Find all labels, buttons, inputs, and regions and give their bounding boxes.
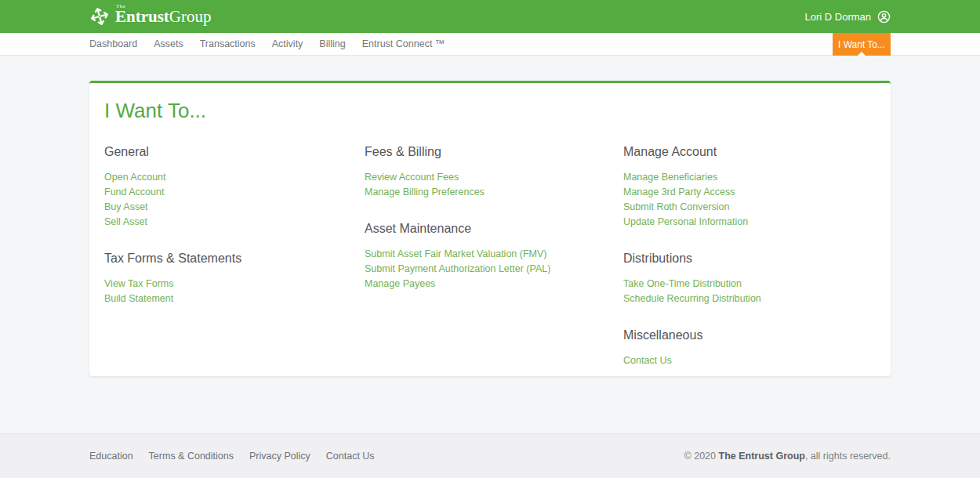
brand-the: The	[116, 4, 125, 9]
link-columns: General Open Account Fund Account Buy As…	[104, 145, 876, 390]
copyright-brand: The Entrust Group	[719, 451, 805, 462]
nav-item-assets[interactable]: Assets	[154, 38, 183, 49]
footer-link-education[interactable]: Education	[89, 451, 133, 462]
link-fund-account[interactable]: Fund Account	[104, 185, 365, 200]
nav-item-activity[interactable]: Activity	[272, 38, 303, 49]
section-heading: Asset Maintenance	[365, 222, 623, 236]
footer-links: Education Terms & Conditions Privacy Pol…	[89, 451, 375, 462]
nav-item-transactions[interactable]: Transactions	[200, 38, 256, 49]
link-contact-us[interactable]: Contact Us	[623, 353, 761, 368]
nav-links: Dashboard Assets Transactions Activity B…	[89, 38, 445, 49]
page-title: I Want To...	[104, 99, 876, 123]
page-footer: Education Terms & Conditions Privacy Pol…	[0, 433, 980, 478]
nav-item-dashboard[interactable]: Dashboard	[89, 38, 137, 49]
main-nav: Dashboard Assets Transactions Activity B…	[0, 33, 980, 56]
link-review-account-fees[interactable]: Review Account Fees	[365, 170, 623, 185]
i-want-to-button[interactable]: I Want To...	[833, 33, 891, 56]
user-menu[interactable]: Lori D Dorman	[804, 10, 891, 24]
section-heading: Miscellaneous	[623, 328, 761, 342]
nav-item-entrust-connect[interactable]: Entrust Connect ™	[362, 38, 445, 49]
link-submit-pal[interactable]: Submit Payment Authorization Letter (PAL…	[365, 262, 623, 277]
entrust-pinwheel-icon	[89, 6, 110, 27]
nav-item-billing[interactable]: Billing	[319, 38, 345, 49]
section-miscellaneous: Miscellaneous Contact Us	[623, 328, 761, 368]
link-submit-fmv[interactable]: Submit Asset Fair Market Valuation (FMV)	[365, 247, 623, 262]
footer-link-contact[interactable]: Contact Us	[326, 451, 375, 462]
link-open-account[interactable]: Open Account	[104, 170, 365, 185]
user-name: Lori D Dorman	[804, 11, 871, 23]
section-asset-maintenance: Asset Maintenance Submit Asset Fair Mark…	[365, 222, 623, 292]
page-background: I Want To... General Open Account Fund A…	[0, 56, 980, 433]
link-build-statement[interactable]: Build Statement	[104, 292, 365, 306]
section-distributions: Distributions Take One-Time Distribution…	[623, 252, 761, 306]
section-tax-forms: Tax Forms & Statements View Tax Forms Bu…	[104, 252, 365, 306]
section-fees-billing: Fees & Billing Review Account Fees Manag…	[365, 145, 623, 200]
section-heading: General	[104, 145, 365, 159]
link-update-personal-information[interactable]: Update Personal Information	[623, 215, 761, 230]
link-manage-payees[interactable]: Manage Payees	[365, 277, 623, 292]
brand-logo[interactable]: TheEntrustGroup	[89, 6, 212, 27]
copyright-prefix: © 2020	[684, 451, 719, 462]
section-heading: Distributions	[623, 252, 761, 266]
footer-link-terms[interactable]: Terms & Conditions	[149, 451, 234, 462]
link-buy-asset[interactable]: Buy Asset	[104, 200, 365, 215]
column-3: Manage Account Manage Beneficiaries Mana…	[623, 145, 761, 390]
link-manage-3rd-party-access[interactable]: Manage 3rd Party Access	[623, 185, 761, 200]
i-want-to-card: I Want To... General Open Account Fund A…	[89, 81, 891, 376]
section-heading: Fees & Billing	[365, 145, 623, 159]
link-manage-beneficiaries[interactable]: Manage Beneficiaries	[623, 170, 761, 185]
copyright-suffix: , all rights reserved.	[805, 451, 891, 462]
footer-link-privacy[interactable]: Privacy Policy	[249, 451, 310, 462]
section-manage-account: Manage Account Manage Beneficiaries Mana…	[623, 145, 761, 230]
account-circle-icon[interactable]	[877, 10, 891, 24]
section-general: General Open Account Fund Account Buy As…	[104, 145, 365, 230]
link-schedule-recurring-distribution[interactable]: Schedule Recurring Distribution	[623, 292, 761, 306]
link-submit-roth-conversion[interactable]: Submit Roth Conversion	[623, 200, 761, 215]
column-1: General Open Account Fund Account Buy As…	[104, 145, 365, 390]
brand-entrust: Entrust	[115, 7, 169, 26]
link-manage-billing-preferences[interactable]: Manage Billing Preferences	[365, 185, 623, 200]
section-heading: Tax Forms & Statements	[104, 252, 365, 266]
copyright-text: © 2020 The Entrust Group, all rights res…	[684, 451, 891, 462]
section-heading: Manage Account	[623, 145, 761, 159]
brand-name: TheEntrustGroup	[115, 9, 212, 25]
link-sell-asset[interactable]: Sell Asset	[104, 215, 365, 230]
column-2: Fees & Billing Review Account Fees Manag…	[365, 145, 623, 390]
app-header: TheEntrustGroup Lori D Dorman	[0, 0, 980, 33]
link-take-one-time-distribution[interactable]: Take One-Time Distribution	[623, 277, 761, 292]
brand-group: Group	[169, 7, 212, 26]
link-view-tax-forms[interactable]: View Tax Forms	[104, 277, 365, 292]
